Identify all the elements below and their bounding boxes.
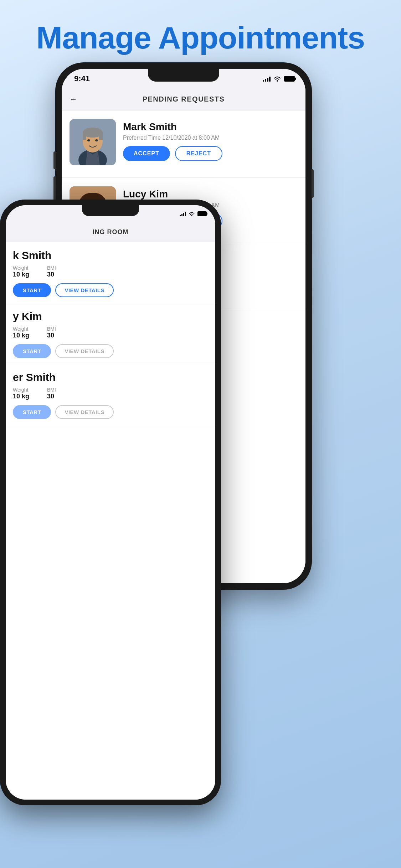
nav-title-front: ING ROOM (93, 228, 129, 236)
notch-front (82, 205, 139, 216)
nav-title: PENDING REQUESTS (143, 95, 225, 103)
svg-point-0 (277, 80, 278, 82)
waiting-room-list: k Smith Weight 10 kg BMI 30 START VIEW D… (6, 242, 215, 800)
waiting-room-card: y Kim Weight 10 kg BMI 30 START VIEW DET… (6, 303, 215, 364)
wr-stats: Weight 10 kg BMI 30 (13, 326, 208, 339)
weight-label: Weight (13, 387, 29, 393)
svg-point-7 (87, 139, 90, 141)
battery-icon (284, 76, 295, 82)
bmi-stat: BMI 30 (47, 326, 56, 339)
request-card-top: Mark Smith Preferred Time 12/10/2020 at … (70, 119, 298, 165)
weight-label: Weight (13, 265, 29, 271)
weight-value: 10 kg (13, 271, 29, 278)
weight-value: 10 kg (13, 393, 29, 400)
battery-icon-front (197, 211, 207, 216)
wr-stats: Weight 10 kg BMI 30 (13, 265, 208, 278)
patient-info: Mark Smith Preferred Time 12/10/2020 at … (123, 119, 298, 161)
bmi-stat: BMI 30 (47, 265, 56, 278)
bmi-label: BMI (47, 265, 56, 271)
waiting-room-card: k Smith Weight 10 kg BMI 30 START VIEW D… (6, 242, 215, 303)
svg-rect-5 (83, 133, 86, 140)
patient-name: Mark Smith (123, 121, 298, 133)
svg-point-8 (95, 139, 98, 141)
waiting-room-card: er Smith Weight 10 kg BMI 30 START VIEW … (6, 364, 215, 425)
accept-button[interactable]: ACCEPT (123, 146, 170, 161)
status-time: 9:41 (74, 74, 90, 83)
patient-photo (70, 119, 116, 165)
wifi-icon (273, 76, 281, 82)
start-button[interactable]: START (13, 405, 51, 419)
view-details-button[interactable]: VIEW DETAILS (55, 283, 114, 297)
signal-icon (263, 76, 271, 82)
bmi-stat: BMI 30 (47, 387, 56, 400)
bmi-label: BMI (47, 387, 56, 393)
patient-name: Lucy Kim (123, 188, 298, 200)
bmi-value: 30 (47, 332, 56, 339)
front-phone: ING ROOM k Smith Weight 10 kg BMI 30 (0, 200, 221, 805)
svg-point-19 (191, 215, 192, 216)
back-button[interactable]: ← (70, 95, 77, 104)
wr-patient-name: er Smith (13, 371, 208, 383)
bmi-value: 30 (47, 393, 56, 400)
status-icons (263, 76, 295, 82)
power-button[interactable] (312, 169, 314, 198)
reject-button[interactable]: REJECT (175, 146, 222, 161)
wr-stats: Weight 10 kg BMI 30 (13, 387, 208, 400)
front-phone-screen: ING ROOM k Smith Weight 10 kg BMI 30 (6, 205, 215, 800)
wr-patient-name: y Kim (13, 310, 208, 322)
nav-bar-front: ING ROOM (6, 222, 215, 242)
svg-rect-6 (99, 133, 103, 140)
wr-actions: START VIEW DETAILS (13, 283, 208, 297)
page-title: Manage Appointments (0, 20, 401, 56)
wr-actions: START VIEW DETAILS (13, 405, 208, 419)
bmi-label: BMI (47, 326, 56, 332)
request-card: Mark Smith Preferred Time 12/10/2020 at … (62, 110, 305, 178)
weight-value: 10 kg (13, 332, 29, 339)
start-button[interactable]: START (13, 344, 51, 358)
start-button[interactable]: START (13, 283, 51, 297)
wifi-icon-front (189, 212, 195, 216)
wr-patient-name: k Smith (13, 249, 208, 262)
weight-stat: Weight 10 kg (13, 265, 29, 278)
card-actions: ACCEPT REJECT (123, 146, 298, 161)
status-icons-front (180, 211, 207, 216)
signal-icon-front (180, 211, 186, 216)
weight-stat: Weight 10 kg (13, 387, 29, 400)
wr-actions: START VIEW DETAILS (13, 344, 208, 358)
view-details-button[interactable]: VIEW DETAILS (55, 344, 114, 358)
patient-preferred-time: Preferred Time 12/10/2020 at 8:00 AM (123, 135, 298, 141)
view-details-button[interactable]: VIEW DETAILS (55, 405, 114, 419)
notch (148, 69, 219, 82)
silent-button[interactable] (53, 151, 56, 169)
nav-bar: ← PENDING REQUESTS (62, 88, 305, 110)
weight-stat: Weight 10 kg (13, 326, 29, 339)
bmi-value: 30 (47, 271, 56, 278)
weight-label: Weight (13, 326, 29, 332)
